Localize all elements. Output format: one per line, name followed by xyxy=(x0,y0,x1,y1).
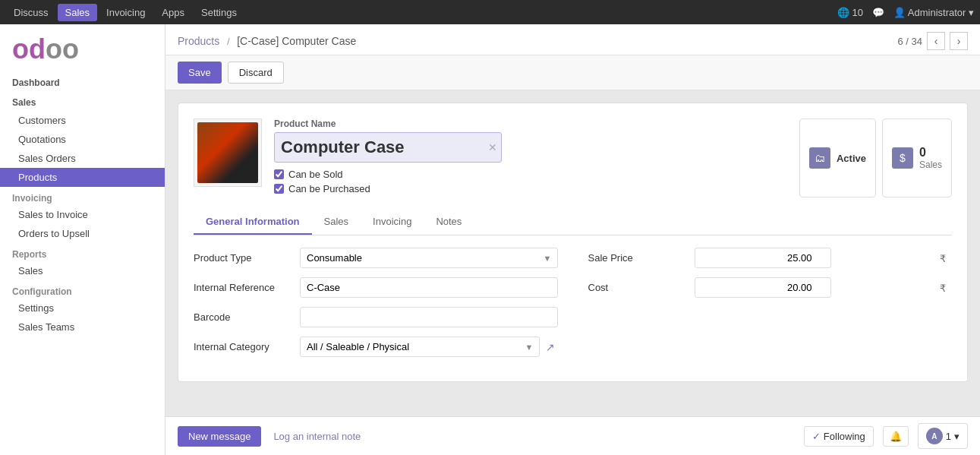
sidebar-item-orders-to-upsell[interactable]: Orders to Upsell xyxy=(0,224,165,243)
barcode-label: Barcode xyxy=(194,311,300,323)
form-left-column: Product Type Consumable Storable Product… xyxy=(194,248,558,366)
form-tabs: General Information Sales Invoicing Note… xyxy=(194,210,952,235)
sidebar-item-quotations[interactable]: Quotations xyxy=(0,130,165,149)
product-name-label: Product Name xyxy=(274,118,787,129)
internal-category-row: Internal Category All / Saleable / Physi… xyxy=(194,337,558,357)
sidebar-reports-group: Reports xyxy=(0,243,165,261)
tab-notes[interactable]: Notes xyxy=(424,210,474,235)
can-be-purchased-checkbox[interactable] xyxy=(274,184,284,194)
product-name-input[interactable] xyxy=(274,132,502,163)
category-external-link-button[interactable]: ↗ xyxy=(543,338,558,356)
sidebar-configuration-group: Configuration xyxy=(0,280,165,299)
nav-settings[interactable]: Settings xyxy=(194,4,244,21)
breadcrumb-current: [C-Case] Computer Case xyxy=(237,35,356,47)
nav-discuss[interactable]: Discuss xyxy=(6,4,56,21)
bottom-bar: New message Log an internal note ✓ Follo… xyxy=(165,416,980,455)
internal-ref-row: Internal Reference xyxy=(194,277,558,298)
sale-price-currency: ₹ xyxy=(940,252,946,264)
dollar-icon: $ xyxy=(892,147,913,169)
form-grid: Product Type Consumable Storable Product… xyxy=(194,248,952,366)
internal-category-field: All / Saleable / Physical ▼ ↗ xyxy=(300,337,558,357)
form-right-column: Sale Price ₹ Cost xyxy=(588,248,953,366)
notifications-bell-button[interactable]: 🔔 xyxy=(883,426,909,447)
product-type-select[interactable]: Consumable Storable Product Service xyxy=(300,248,558,268)
can-be-sold-checkbox[interactable] xyxy=(274,169,284,179)
sale-price-label: Sale Price xyxy=(588,252,695,264)
can-be-purchased-row: Can be Purchased xyxy=(274,183,787,194)
next-button[interactable]: › xyxy=(950,32,968,50)
avatar: A xyxy=(926,428,943,444)
top-nav-left: Discuss Sales Invoicing Apps Settings xyxy=(6,4,244,21)
chat-icon[interactable]: 💬 xyxy=(872,7,884,18)
sidebar-dashboard-label: Dashboard xyxy=(0,71,165,91)
breadcrumb-separator: / xyxy=(227,36,230,47)
notification-icon[interactable]: 🌐 10 xyxy=(837,7,863,18)
action-bar: Save Discard xyxy=(165,55,980,90)
tab-sales[interactable]: Sales xyxy=(312,210,361,235)
product-checkboxes: Can be Sold Can be Purchased xyxy=(274,169,787,194)
following-check-icon: ✓ xyxy=(812,431,821,442)
sidebar-item-settings[interactable]: Settings xyxy=(0,299,165,318)
sidebar-item-sales-orders[interactable]: Sales Orders xyxy=(0,149,165,168)
sales-info: 0 Sales xyxy=(919,146,942,170)
content-area: Product Name ✕ Can be Sold xyxy=(165,90,980,416)
product-header: Product Name ✕ Can be Sold xyxy=(194,118,952,197)
product-name-wrapper: ✕ xyxy=(274,132,502,163)
breadcrumb-bar: Products / [C-Case] Computer Case 6 / 34… xyxy=(165,24,980,55)
nav-invoicing[interactable]: Invoicing xyxy=(99,4,153,21)
can-be-sold-label: Can be Sold xyxy=(288,169,343,180)
sales-count-button[interactable]: $ 0 Sales xyxy=(882,118,952,197)
sidebar-item-sales-to-invoice[interactable]: Sales to Invoice xyxy=(0,205,165,224)
internal-ref-input[interactable] xyxy=(300,277,558,298)
sidebar-item-products[interactable]: Products xyxy=(0,168,165,187)
sale-price-row: Sale Price ₹ xyxy=(588,248,953,268)
sidebar-item-customers[interactable]: Customers xyxy=(0,111,165,130)
following-button[interactable]: ✓ Following xyxy=(804,426,874,447)
new-message-button[interactable]: New message xyxy=(178,426,261,447)
product-type-label: Product Type xyxy=(194,252,300,264)
prev-button[interactable]: ‹ xyxy=(927,32,945,50)
tab-invoicing[interactable]: Invoicing xyxy=(361,210,424,235)
product-image-placeholder xyxy=(197,122,258,183)
sidebar: odoo Dashboard Sales Customers Quotation… xyxy=(0,24,165,455)
following-label: Following xyxy=(824,431,865,442)
pagination-count: 6 / 34 xyxy=(897,36,922,47)
pagination-controls: 6 / 34 ‹ › xyxy=(897,32,968,50)
internal-category-select[interactable]: All / Saleable / Physical xyxy=(300,337,540,357)
top-navigation: Discuss Sales Invoicing Apps Settings 🌐 … xyxy=(0,0,980,24)
discard-button[interactable]: Discard xyxy=(228,62,284,84)
top-nav-right: 🌐 10 💬 👤 Administrator ▾ xyxy=(837,7,974,18)
can-be-purchased-label: Can be Purchased xyxy=(288,183,370,194)
barcode-field xyxy=(300,307,558,327)
tab-general-information[interactable]: General Information xyxy=(194,210,312,235)
sidebar-item-sales-teams[interactable]: Sales Teams xyxy=(0,318,165,337)
members-count: 1 xyxy=(946,431,951,442)
product-type-field: Consumable Storable Product Service ▼ xyxy=(300,248,558,268)
bottom-bar-right: ✓ Following 🔔 A 1 ▾ xyxy=(804,423,968,449)
barcode-input[interactable] xyxy=(300,307,558,327)
product-image[interactable] xyxy=(194,118,262,187)
product-name-clear-icon[interactable]: ✕ xyxy=(488,141,497,153)
sidebar-sales-group: Sales xyxy=(0,91,165,111)
sidebar-logo: odoo xyxy=(0,24,165,71)
cost-label: Cost xyxy=(588,282,695,293)
internal-ref-field xyxy=(300,277,558,298)
sidebar-invoicing-group: Invoicing xyxy=(0,187,165,205)
nav-apps[interactable]: Apps xyxy=(154,4,192,21)
active-status-button[interactable]: 🗂 Active xyxy=(799,118,876,197)
cost-input[interactable] xyxy=(695,277,831,298)
members-dropdown-icon: ▾ xyxy=(954,431,960,442)
sale-price-field: ₹ xyxy=(695,248,953,268)
bottom-bar-left: New message Log an internal note xyxy=(178,426,367,447)
log-note-button[interactable]: Log an internal note xyxy=(267,426,367,447)
user-menu[interactable]: 👤 Administrator ▾ xyxy=(893,7,974,18)
sidebar-item-reports-sales[interactable]: Sales xyxy=(0,261,165,280)
sale-price-input[interactable] xyxy=(695,248,831,268)
product-status: 🗂 Active $ 0 Sales xyxy=(799,118,952,197)
breadcrumb-parent[interactable]: Products xyxy=(178,35,219,47)
members-button[interactable]: A 1 ▾ xyxy=(918,423,968,449)
nav-sales[interactable]: Sales xyxy=(58,4,98,21)
cost-currency: ₹ xyxy=(940,282,946,293)
save-button[interactable]: Save xyxy=(178,62,222,84)
odoo-logo: odoo xyxy=(12,33,79,65)
